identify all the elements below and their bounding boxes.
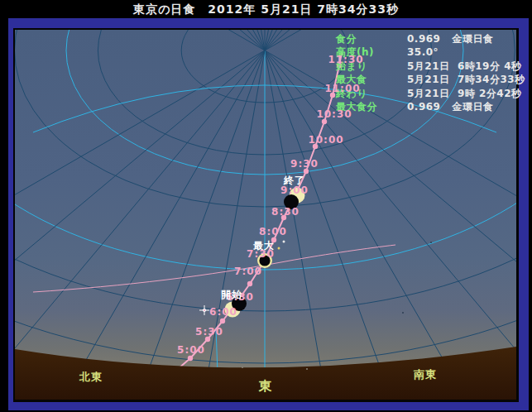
window-title: 東京の日食 2012年 5月21日 7時34分33秒 <box>0 2 532 17</box>
time-label-1100: 11:00 <box>324 83 360 94</box>
star-dot <box>402 312 404 314</box>
time-label-0600: 6:00 <box>209 306 237 318</box>
info-row-start: 始まり 5月21日 6時19分 4秒 <box>336 60 528 73</box>
info-value: 0.969 <box>407 100 440 113</box>
info-label: 食分 <box>336 32 407 46</box>
info-row-max: 最大食 5月21日 7時34分33秒 <box>336 73 528 86</box>
info-value: 5月21日 7時34分33秒 <box>407 73 525 86</box>
sun-path-dot <box>220 319 225 323</box>
info-row-magnitude: 食分 0.969 金環日食 <box>336 32 528 46</box>
event-label-end: 終了 <box>284 174 305 188</box>
star-dot <box>283 241 285 243</box>
info-value: 0.969 <box>407 32 440 46</box>
time-label-1000: 10:00 <box>308 134 343 146</box>
info-row-max-magnitude: 最大食分 0.969 金環日食 <box>336 100 528 113</box>
time-label-1030: 10:30 <box>316 108 352 120</box>
compass-label-northeast: 北東 <box>79 370 103 385</box>
time-label-0500: 5:00 <box>177 344 205 356</box>
info-extra: 金環日食 <box>452 100 493 113</box>
star-dot <box>306 368 308 370</box>
info-extra: 金環日食 <box>452 32 493 46</box>
time-label-0700: 7:00 <box>234 266 262 277</box>
time-label-0800: 8:00 <box>259 226 287 237</box>
info-value: 5月21日 6時19分 4秒 <box>407 60 521 73</box>
star-dot <box>278 247 280 250</box>
eclipse-app-window: 東京の日食 2012年 5月21日 7時34分33秒 食分 0.969 金環日食… <box>0 0 532 412</box>
info-value: 5月21日 9時 2分42秒 <box>407 87 521 100</box>
event-label-start: 開始 <box>221 288 242 302</box>
time-label-1130: 11:30 <box>328 54 363 65</box>
star-dot <box>430 242 432 243</box>
info-value: 35.0° <box>407 46 439 59</box>
info-row-altitude: 高度(h) 35.0° <box>336 46 528 59</box>
sun-path-dot <box>247 281 252 286</box>
info-row-end: 終わり 5月21日 9時 2分42秒 <box>336 87 528 100</box>
time-label-0530: 5:30 <box>195 326 223 338</box>
time-label-0830: 8:30 <box>271 206 300 218</box>
compass-label-southeast: 南東 <box>414 367 437 382</box>
event-label-max: 最大 <box>253 239 275 253</box>
star-dot <box>242 366 243 368</box>
compass-label-east: 東 <box>259 378 273 395</box>
time-label-0930: 9:30 <box>290 158 319 170</box>
info-panel: 食分 0.969 金環日食 高度(h) 35.0° 始まり 5月21日 6時19… <box>336 32 528 113</box>
sun-path-dot <box>188 356 193 361</box>
